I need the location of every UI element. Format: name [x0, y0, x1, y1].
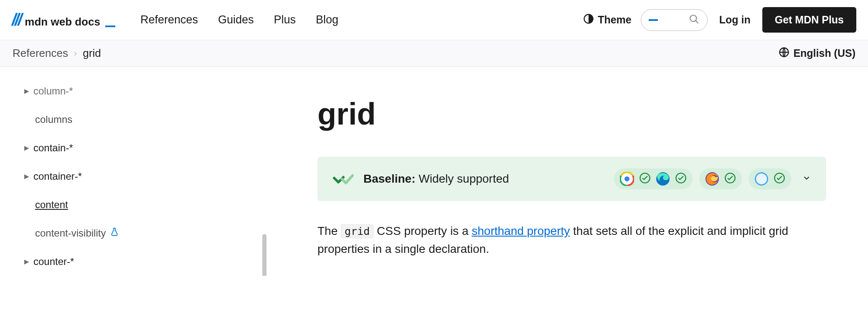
sidebar-item-label: content: [35, 199, 68, 211]
language-label: English (US): [793, 47, 855, 59]
baseline-check-icon: [332, 170, 354, 188]
nav-guides[interactable]: Guides: [218, 13, 254, 26]
theme-icon: [583, 13, 594, 27]
check-icon: [774, 172, 785, 186]
search-icon: [689, 14, 700, 26]
browser-support-pills: [614, 168, 811, 189]
chevron-down-icon[interactable]: [802, 173, 811, 184]
svg-line-2: [695, 20, 698, 23]
browser-pill-safari: [749, 168, 791, 189]
triangle-right-icon: ▶: [24, 258, 29, 265]
login-link[interactable]: Log in: [719, 14, 751, 26]
sidebar-item[interactable]: ▶ container-*: [24, 162, 267, 191]
sidebar-item-label: counter-*: [33, 256, 74, 267]
firefox-icon: [705, 172, 719, 186]
sidebar-item-label: content-visibility: [35, 227, 106, 239]
theme-label: Theme: [598, 14, 632, 26]
search-cursor: [649, 19, 658, 21]
browser-pill-firefox: [699, 168, 742, 189]
mdn-logo[interactable]: /// mdn web docs: [12, 10, 132, 29]
get-mdn-plus-button[interactable]: Get MDN Plus: [762, 7, 856, 33]
triangle-right-icon: ▶: [24, 144, 29, 152]
baseline-text: Baseline: Widely supported: [363, 172, 509, 186]
triangle-right-icon: ▶: [24, 87, 29, 95]
svg-point-1: [690, 15, 696, 21]
logo-underscore: [105, 25, 115, 27]
edge-icon: [656, 172, 670, 186]
intro-paragraph: The grid CSS property is a shorthand pro…: [317, 222, 819, 258]
sidebar-item[interactable]: content-visibility: [24, 219, 267, 247]
sidebar-item-label: columns: [35, 114, 72, 125]
nav-plus[interactable]: Plus: [274, 13, 296, 26]
sidebar: ▶ column-* columns ▶ contain-* ▶ contain…: [0, 67, 267, 276]
article-content: grid Baseline: Widely supported: [267, 67, 868, 276]
sidebar-item-label: contain-*: [33, 142, 73, 154]
sidebar-item-label: container-*: [33, 171, 82, 182]
sidebar-item[interactable]: ▶ counter-*: [24, 247, 267, 276]
breadcrumb-current: grid: [83, 47, 101, 60]
scrollbar-thumb[interactable]: [262, 234, 266, 276]
browser-pill-chromium: [614, 168, 693, 189]
primary-nav: References Guides Plus Blog: [140, 13, 338, 26]
sidebar-item[interactable]: columns: [24, 105, 267, 134]
logo-text: mdn web docs: [25, 15, 100, 28]
nav-references[interactable]: References: [140, 13, 198, 26]
search-input[interactable]: [641, 9, 708, 31]
chevron-right-icon: ›: [74, 48, 77, 59]
baseline-indicator: Baseline: Widely supported: [317, 157, 826, 201]
check-icon: [724, 172, 736, 186]
globe-icon: [778, 46, 790, 61]
sidebar-item[interactable]: ▶ contain-*: [24, 134, 267, 162]
check-icon: [675, 172, 687, 186]
sidebar-item[interactable]: ▶ column-*: [24, 77, 267, 105]
check-icon: [639, 172, 651, 186]
theme-toggle[interactable]: Theme: [583, 13, 632, 27]
breadcrumb: References › grid English (US): [0, 40, 868, 67]
triangle-right-icon: ▶: [24, 173, 29, 180]
language-picker[interactable]: English (US): [778, 46, 855, 61]
baseline-strong: Baseline:: [363, 172, 416, 185]
logo-mark: ///: [12, 10, 20, 29]
intro-code: grid: [341, 224, 373, 238]
safari-icon: [754, 172, 769, 186]
page-title: grid: [317, 96, 826, 132]
nav-blog[interactable]: Blog: [316, 13, 338, 26]
breadcrumb-root[interactable]: References: [13, 47, 68, 60]
sidebar-item[interactable]: content: [24, 191, 267, 219]
shorthand-property-link[interactable]: shorthand property: [472, 224, 570, 237]
sidebar-item-label: column-*: [33, 85, 73, 97]
sidebar-scrollbar[interactable]: [261, 67, 267, 276]
svg-point-16: [756, 173, 767, 184]
flask-icon: [110, 227, 119, 239]
intro-mid: CSS property is a: [373, 224, 472, 237]
chrome-icon: [620, 172, 634, 186]
top-nav: /// mdn web docs References Guides Plus …: [0, 0, 868, 40]
baseline-rest: Widely supported: [416, 172, 509, 185]
intro-pre: The: [317, 224, 341, 237]
